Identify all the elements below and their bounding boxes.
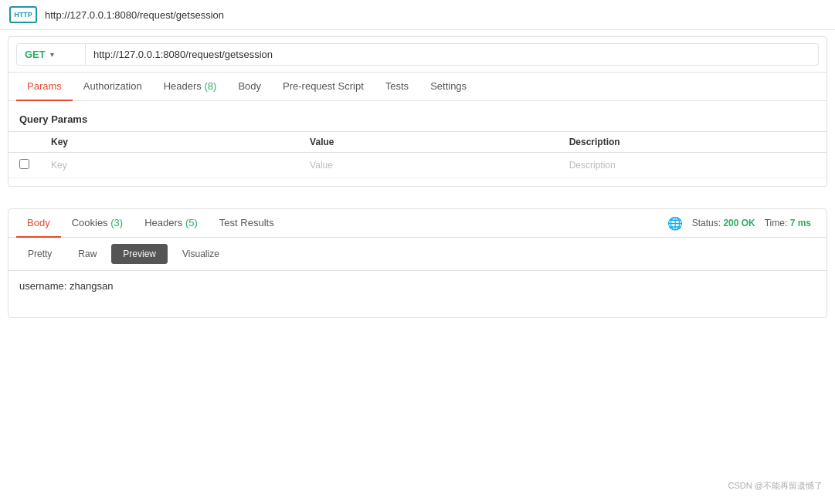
time-label: Time: 7 ms xyxy=(765,218,811,228)
time-value: 7 ms xyxy=(790,218,811,228)
tab-body[interactable]: Body xyxy=(227,73,272,101)
query-params-title: Query Params xyxy=(8,109,827,131)
url-input[interactable] xyxy=(86,43,819,66)
response-section: Body Cookies (3) Headers (5) Test Result… xyxy=(8,208,827,318)
chevron-down-icon: ▾ xyxy=(50,50,54,59)
row-checkbox[interactable] xyxy=(8,153,40,178)
col-key-header: Key xyxy=(40,132,299,153)
tab-authorization[interactable]: Authorization xyxy=(73,73,153,101)
http-badge: HTTP xyxy=(9,6,37,23)
response-headers-badge: (5) xyxy=(185,217,198,228)
status-code: 200 OK xyxy=(723,218,755,228)
tab-response-headers[interactable]: Headers (5) xyxy=(134,209,209,238)
tab-settings[interactable]: Settings xyxy=(419,73,477,101)
col-desc-header: Description xyxy=(558,132,827,153)
row-value[interactable]: Value xyxy=(299,153,558,178)
col-value-header: Value xyxy=(299,132,558,153)
globe-icon: 🌐 xyxy=(667,216,683,231)
cookies-badge: (3) xyxy=(110,217,123,228)
request-section: GET ▾ Params Authorization Headers (8) B… xyxy=(8,36,827,187)
method-select[interactable]: GET ▾ xyxy=(16,43,86,66)
view-tabs-row: Pretty Raw Preview Visualize xyxy=(8,238,827,271)
view-tab-raw[interactable]: Raw xyxy=(66,244,108,264)
url-bar: HTTP http://127.0.0.1:8080/request/getse… xyxy=(0,0,835,30)
view-tab-preview[interactable]: Preview xyxy=(111,244,168,264)
request-tabs-row: Params Authorization Headers (8) Body Pr… xyxy=(8,73,827,101)
tab-test-results[interactable]: Test Results xyxy=(209,209,285,238)
row-checkbox-input[interactable] xyxy=(19,159,29,169)
url-bar-text: http://127.0.0.1:8080/request/getsession xyxy=(45,9,224,21)
tab-tests[interactable]: Tests xyxy=(375,73,419,101)
tab-response-cookies[interactable]: Cookies (3) xyxy=(61,209,134,238)
headers-badge: (8) xyxy=(204,80,216,92)
tab-params[interactable]: Params xyxy=(16,73,73,101)
view-tab-visualize[interactable]: Visualize xyxy=(171,244,231,264)
response-status-area: 🌐 Status: 200 OK Time: 7 ms xyxy=(667,216,819,231)
row-description[interactable]: Description xyxy=(558,153,827,178)
query-params-section: Query Params Key Value Description Key V… xyxy=(8,101,827,186)
tab-prerequest-script[interactable]: Pre-request Script xyxy=(272,73,375,101)
response-body-text: username: zhangsan xyxy=(19,280,113,292)
table-row-placeholder: Key Value Description xyxy=(8,153,827,178)
tab-headers[interactable]: Headers (8) xyxy=(153,73,228,101)
view-tab-pretty[interactable]: Pretty xyxy=(16,244,63,264)
row-key[interactable]: Key xyxy=(40,153,299,178)
tab-response-body[interactable]: Body xyxy=(16,209,61,238)
method-label: GET xyxy=(25,49,46,60)
watermark: CSDN @不能再留遗憾了 xyxy=(728,480,823,492)
col-checkbox-header xyxy=(8,132,40,153)
params-table: Key Value Description Key Value Descript… xyxy=(8,131,827,178)
response-tabs-row: Body Cookies (3) Headers (5) Test Result… xyxy=(8,209,827,238)
method-url-row: GET ▾ xyxy=(8,37,827,73)
status-label: Status: 200 OK xyxy=(692,218,755,228)
response-body: username: zhangsan xyxy=(8,271,827,317)
